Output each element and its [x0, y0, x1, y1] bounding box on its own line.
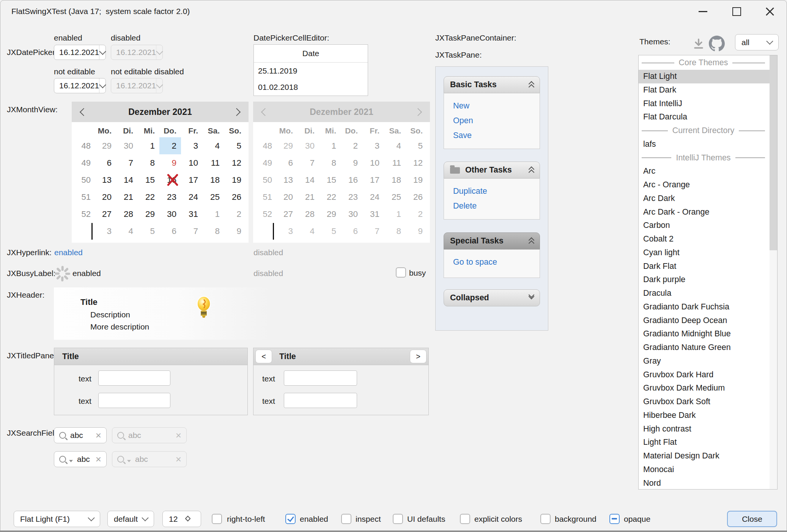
- calendar-day[interactable]: 4: [116, 223, 138, 240]
- font-size-spinner[interactable]: 12: [162, 511, 201, 527]
- datepicker-dropdown-button[interactable]: [99, 78, 105, 93]
- calendar-day[interactable]: 29: [276, 137, 297, 154]
- calendar-day[interactable]: 23: [159, 188, 181, 206]
- checkbox-background[interactable]: [540, 514, 551, 524]
- theme-list-item[interactable]: Cyan light: [639, 246, 770, 260]
- calendar-day[interactable]: 25: [384, 188, 406, 206]
- calendar-day[interactable]: 26: [224, 188, 246, 206]
- calendar-day[interactable]: 7: [297, 154, 319, 171]
- taskpane-link[interactable]: Go to space: [453, 257, 540, 267]
- calendar-day[interactable]: 5: [224, 137, 246, 154]
- calendar-day[interactable]: 29: [138, 206, 159, 223]
- calendar-day[interactable]: 1: [319, 137, 341, 154]
- checkbox-ui-defaults[interactable]: [393, 514, 403, 524]
- theme-list-item[interactable]: Carbon: [639, 219, 770, 232]
- calendar-day[interactable]: 7: [116, 154, 138, 171]
- calendar-day[interactable]: 2: [341, 137, 362, 154]
- collapse-icon[interactable]: [529, 238, 534, 244]
- calendar-day[interactable]: 4: [384, 137, 406, 154]
- font-combobox[interactable]: default: [107, 511, 154, 527]
- table-row[interactable]: 01.02.2018: [254, 79, 368, 95]
- theme-list-item[interactable]: Material Design Dark: [639, 449, 770, 463]
- calendar-day[interactable]: 30: [297, 137, 319, 154]
- datepicker-enabled[interactable]: 16.12.2021: [54, 45, 106, 60]
- calendar-day[interactable]: 3: [362, 137, 384, 154]
- theme-list-item[interactable]: Dark Flat: [639, 259, 770, 273]
- calendar-day[interactable]: 6: [276, 154, 297, 171]
- calendar-day[interactable]: 11: [203, 154, 224, 171]
- calendar-day[interactable]: 13: [276, 171, 297, 188]
- theme-list-item[interactable]: High contrast: [639, 422, 770, 436]
- calendar-day[interactable]: 9: [341, 154, 362, 171]
- calendar-day[interactable]: 16: [341, 171, 362, 188]
- theme-list-item[interactable]: Monocai: [639, 463, 770, 477]
- busy-checkbox[interactable]: [396, 267, 406, 278]
- calendar-day[interactable]: 8: [384, 223, 406, 240]
- titledpanel-text-field[interactable]: [98, 393, 170, 408]
- calendar-day[interactable]: 19: [406, 171, 427, 188]
- calendar-day[interactable]: 30: [341, 206, 362, 223]
- theme-list-item[interactable]: Flat Light: [639, 70, 770, 83]
- calendar-day[interactable]: 22: [319, 188, 341, 206]
- calendar-day[interactable]: 28: [297, 206, 319, 223]
- taskpane-group-header[interactable]: Other Tasks: [444, 162, 540, 179]
- calendar-day[interactable]: 11: [384, 154, 406, 171]
- close-button[interactable]: Close: [727, 511, 777, 527]
- taskpane-link[interactable]: Save: [453, 131, 540, 140]
- calendar-day[interactable]: 20: [94, 188, 116, 206]
- theme-list-item[interactable]: Flat Darcula: [639, 110, 770, 124]
- theme-list-item[interactable]: Arc Dark - Orange: [639, 205, 770, 219]
- calendar-day[interactable]: 12: [224, 154, 246, 171]
- spinner-buttons[interactable]: [186, 516, 196, 522]
- theme-list-item[interactable]: Flat Dark: [639, 83, 770, 97]
- table-column-header[interactable]: Date: [254, 45, 368, 63]
- calendar-day[interactable]: 29: [319, 206, 341, 223]
- calendar-day[interactable]: 7: [362, 223, 384, 240]
- scrollbar-thumb[interactable]: [770, 55, 777, 250]
- minimize-button[interactable]: [692, 1, 714, 22]
- themes-filter-combobox[interactable]: all: [735, 34, 779, 50]
- checkbox-inspect[interactable]: [341, 514, 351, 524]
- calendar-day[interactable]: 8: [138, 154, 159, 171]
- collapse-icon[interactable]: [529, 82, 534, 88]
- calendar-day[interactable]: 26: [406, 188, 427, 206]
- calendar-day[interactable]: 1: [384, 206, 406, 223]
- calendar-day[interactable]: 16: [159, 171, 181, 188]
- titledpanel-text-field[interactable]: [98, 370, 170, 386]
- calendar-day[interactable]: 22: [138, 188, 159, 206]
- calendar-day[interactable]: 9: [159, 154, 181, 171]
- calendar-day[interactable]: 2: [159, 137, 181, 154]
- theme-list-item[interactable]: Gruvbox Dark Medium: [639, 381, 770, 395]
- calendar-day[interactable]: 13: [94, 171, 116, 188]
- theme-list-item[interactable]: lafs: [639, 138, 770, 151]
- taskpane-link[interactable]: New: [453, 101, 540, 111]
- download-icon[interactable]: [692, 37, 705, 50]
- calendar-day[interactable]: 14: [297, 171, 319, 188]
- calendar-day[interactable]: 24: [181, 188, 203, 206]
- calendar-day[interactable]: 2: [406, 206, 427, 223]
- table-row[interactable]: 25.11.2019: [254, 63, 368, 79]
- calendar-day[interactable]: 15: [319, 171, 341, 188]
- calendar-day[interactable]: 17: [181, 171, 203, 188]
- calendar-day[interactable]: 10: [181, 154, 203, 171]
- calendar-day[interactable]: 31: [362, 206, 384, 223]
- calendar-day[interactable]: 21: [297, 188, 319, 206]
- theme-list-item[interactable]: Gradianto Midnight Blue: [639, 327, 770, 341]
- checkbox-opaque[interactable]: [609, 514, 620, 524]
- calendar-day[interactable]: 15: [138, 171, 159, 188]
- theme-list-item[interactable]: Hiberbee Dark: [639, 409, 770, 422]
- calendar-day[interactable]: 27: [276, 206, 297, 223]
- calendar-day[interactable]: 19: [224, 171, 246, 188]
- datepicker-dropdown-button[interactable]: [99, 45, 105, 60]
- theme-list-item[interactable]: Gradianto Nature Green: [639, 341, 770, 355]
- clear-icon[interactable]: ×: [96, 430, 101, 440]
- calendar-day[interactable]: 17: [362, 171, 384, 188]
- theme-list-item[interactable]: Dracula: [639, 287, 770, 300]
- taskpane-link[interactable]: Duplicate: [453, 187, 540, 196]
- theme-list-item[interactable]: Gradianto Dark Fuchsia: [639, 300, 770, 314]
- calendar-day[interactable]: 4: [203, 137, 224, 154]
- calendar-day[interactable]: 6: [341, 223, 362, 240]
- theme-list-item[interactable]: Arc: [639, 165, 770, 178]
- theme-list-item[interactable]: Gruvbox Dark Soft: [639, 395, 770, 409]
- searchfield-enabled[interactable]: abc ×: [54, 427, 107, 443]
